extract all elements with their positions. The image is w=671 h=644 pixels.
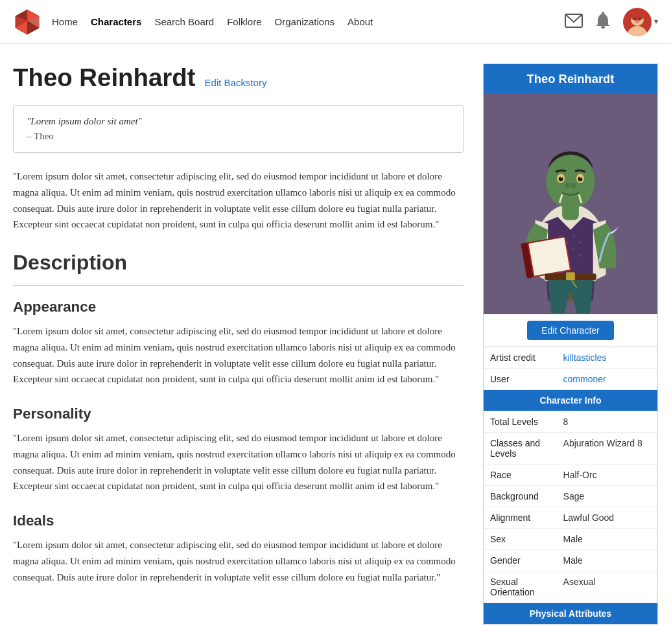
nav-folklore[interactable]: Folklore xyxy=(227,16,261,27)
background-value: Sage xyxy=(557,486,657,507)
user-value: commoner xyxy=(557,369,657,390)
svg-point-14 xyxy=(639,17,641,19)
edit-button-row: Edit Character xyxy=(484,314,657,347)
card-header: Theo Reinhardt xyxy=(484,64,657,94)
artist-credit-row: Artist credit killtasticles xyxy=(484,347,657,369)
quote-author: – Theo xyxy=(27,131,450,142)
physical-attributes-heading-row: Physical Attributes xyxy=(484,603,657,625)
total-levels-label: Total Levels xyxy=(484,411,557,433)
race-row: Race Half-Orc xyxy=(484,465,657,486)
nav-search-board[interactable]: Search Board xyxy=(154,16,214,27)
artist-credit-link[interactable]: killtasticles xyxy=(563,352,607,363)
sex-label: Sex xyxy=(484,529,557,550)
sexual-orientation-row: Sexual Orientation Asexual xyxy=(484,571,657,603)
nav-home[interactable]: Home xyxy=(52,16,78,27)
background-label: Background xyxy=(484,486,557,507)
total-levels-value: 8 xyxy=(557,411,657,433)
total-levels-row: Total Levels 8 xyxy=(484,411,657,433)
lore-text: "Lorem ipsum dolor sit amet, consectetur… xyxy=(13,168,464,233)
appearance-text: "Lorem ipsum dolor sit amet, consectetur… xyxy=(13,323,464,387)
ideals-text: "Lorem ipsum dolor sit amet, consectetur… xyxy=(13,537,464,585)
alignment-row: Alignment Lawful Good xyxy=(484,507,657,529)
svg-point-26 xyxy=(546,155,594,209)
race-value: Half-Orc xyxy=(557,465,657,486)
navigation: Home Characters Search Board Folklore Or… xyxy=(0,0,671,44)
user-label: User xyxy=(484,369,557,390)
appearance-heading: Appearance xyxy=(13,299,464,316)
character-card: Theo Reinhardt xyxy=(483,63,658,625)
background-row: Background Sage xyxy=(484,486,657,507)
alignment-label: Alignment xyxy=(484,507,557,529)
personality-heading: Personality xyxy=(13,406,464,422)
svg-point-33 xyxy=(565,183,570,188)
nav-right: ▾ xyxy=(565,8,658,36)
classes-value: Abjuration Wizard 8 xyxy=(557,433,657,465)
sexual-orientation-value: Asexual xyxy=(557,571,657,603)
user-avatar[interactable]: ▾ xyxy=(623,8,658,36)
svg-point-12 xyxy=(630,10,644,21)
character-name: Theo Reinhardt xyxy=(13,63,196,92)
quote-box: "Lorem ipsum dolor sit amet" – Theo xyxy=(13,105,464,153)
svg-point-31 xyxy=(561,177,562,178)
classes-row: Classes and Levels Abjuration Wizard 8 xyxy=(484,433,657,465)
artist-credit-label: Artist credit xyxy=(484,347,557,369)
description-heading: Description xyxy=(13,251,464,275)
sidebar: Theo Reinhardt xyxy=(483,63,658,625)
character-info-table: Artist credit killtasticles User commone… xyxy=(484,347,657,625)
user-link[interactable]: commoner xyxy=(563,374,606,384)
gender-value: Male xyxy=(557,550,657,571)
physical-attributes-heading: Physical Attributes xyxy=(484,603,657,625)
artist-credit-value: killtasticles xyxy=(557,347,657,369)
svg-point-29 xyxy=(559,177,563,181)
svg-point-10 xyxy=(627,26,648,36)
svg-point-9 xyxy=(602,12,604,14)
logo[interactable] xyxy=(13,8,41,36)
bell-icon[interactable] xyxy=(594,12,611,32)
nav-organizations[interactable]: Organizations xyxy=(275,16,335,27)
character-info-heading: Character Info xyxy=(484,390,657,411)
svg-point-24 xyxy=(579,254,582,257)
edit-backstory-link[interactable]: Edit Backstory xyxy=(205,77,267,88)
page-container: Theo Reinhardt Edit Backstory "Lorem ips… xyxy=(0,44,671,644)
sexual-orientation-label: Sexual Orientation xyxy=(484,571,557,603)
svg-point-20 xyxy=(579,242,582,244)
edit-character-button[interactable]: Edit Character xyxy=(527,321,613,340)
svg-point-13 xyxy=(634,17,636,19)
svg-rect-38 xyxy=(528,237,570,276)
svg-point-34 xyxy=(571,183,576,188)
character-info-heading-row: Character Info xyxy=(484,390,657,411)
nav-characters[interactable]: Characters xyxy=(91,16,141,27)
sex-value: Male xyxy=(557,529,657,550)
nav-links: Home Characters Search Board Folklore Or… xyxy=(52,16,565,28)
sex-row: Sex Male xyxy=(484,529,657,550)
user-row: User commoner xyxy=(484,369,657,390)
alignment-value: Lawful Good xyxy=(557,507,657,529)
svg-point-32 xyxy=(580,177,582,178)
gender-row: Gender Male xyxy=(484,550,657,571)
personality-text: "Lorem ipsum dolor sit amet, consectetur… xyxy=(13,430,464,494)
nav-about[interactable]: About xyxy=(347,16,373,27)
description-divider xyxy=(13,285,464,286)
svg-point-23 xyxy=(572,247,575,250)
race-label: Race xyxy=(484,465,557,486)
quote-text: "Lorem ipsum dolor sit amet" xyxy=(27,116,450,127)
character-image xyxy=(484,94,657,314)
main-content: Theo Reinhardt Edit Backstory "Lorem ips… xyxy=(13,63,464,625)
classes-label: Classes and Levels xyxy=(484,433,557,465)
svg-point-30 xyxy=(578,177,582,181)
ideals-heading: Ideals xyxy=(13,512,464,529)
mail-icon[interactable] xyxy=(565,14,583,30)
character-title-row: Theo Reinhardt Edit Backstory xyxy=(13,63,464,92)
svg-point-19 xyxy=(572,235,575,238)
dropdown-arrow-icon: ▾ xyxy=(654,17,658,27)
svg-rect-8 xyxy=(601,26,605,29)
gender-label: Gender xyxy=(484,550,557,571)
